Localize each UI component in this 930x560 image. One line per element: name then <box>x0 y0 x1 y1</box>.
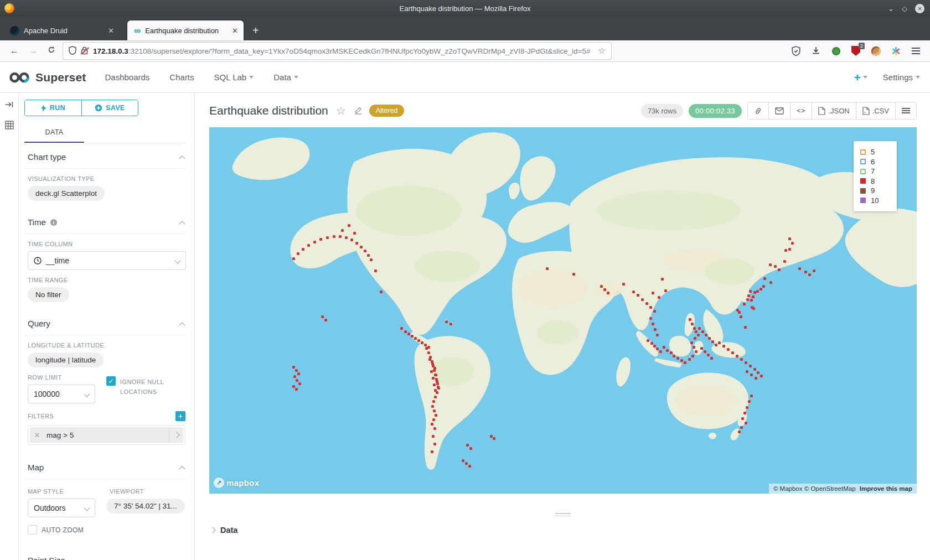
nav-sql-lab[interactable]: SQL Lab <box>214 72 254 82</box>
collapse-panel-icon[interactable] <box>5 101 14 111</box>
extension-green-icon[interactable] <box>830 45 841 56</box>
earthquake-point <box>603 288 606 291</box>
remove-filter-icon[interactable]: ✕ <box>30 431 44 439</box>
nav-charts[interactable]: Charts <box>169 72 194 82</box>
time-range-pill[interactable]: No filter <box>28 287 69 302</box>
section-query[interactable]: Query <box>24 310 185 335</box>
export-csv-button[interactable]: x .CSV <box>856 102 896 119</box>
earthquake-point <box>752 295 755 298</box>
legend-label: 5 <box>871 148 875 156</box>
new-tab-button[interactable]: + <box>252 24 259 37</box>
earthquake-point <box>298 382 301 385</box>
earthquake-point <box>292 366 295 369</box>
settings-menu[interactable]: Settings <box>883 72 920 82</box>
earthquake-point <box>436 382 439 385</box>
earthquake-point <box>695 350 698 353</box>
earthquake-point <box>404 330 407 333</box>
earthquake-point <box>341 229 344 232</box>
earthquake-point <box>292 385 295 388</box>
lonlat-pill[interactable]: longitude | latitude <box>28 352 104 367</box>
account-shield-icon[interactable] <box>790 45 802 56</box>
expand-filter-icon[interactable] <box>169 427 183 443</box>
extension-pinwheel-icon[interactable] <box>890 45 901 56</box>
tab-label: Apache Druid <box>24 27 68 35</box>
menu-icon[interactable] <box>910 45 921 56</box>
attribution-text[interactable]: © Mapbox © OpenStreetMap <box>773 485 856 492</box>
control-panel: RUN SAVE DATA Chart type VISUALIZATION T… <box>19 93 195 560</box>
reload-icon[interactable] <box>48 46 55 56</box>
save-button[interactable]: SAVE <box>82 100 138 116</box>
window-close-icon[interactable]: × <box>915 4 924 13</box>
earthquake-point <box>738 311 741 314</box>
resize-handle[interactable] <box>555 511 571 518</box>
export-json-button[interactable]: .JSON <box>812 102 856 119</box>
mapbox-logo[interactable]: ↗ mapbox <box>214 478 259 488</box>
earthquake-point <box>297 252 299 255</box>
embed-code-button[interactable]: <> <box>790 102 812 119</box>
insecure-lock-icon[interactable] <box>81 46 89 55</box>
mapbox-wordmark: mapbox <box>226 478 259 488</box>
dataset-grid-icon[interactable] <box>5 121 14 132</box>
earthquake-point <box>637 294 639 297</box>
ignore-null-checkbox[interactable]: ✓ <box>106 376 116 386</box>
data-panel-toggle[interactable]: Data <box>210 526 237 535</box>
email-button[interactable] <box>769 102 790 119</box>
edit-properties-icon[interactable] <box>354 106 363 115</box>
file-icon <box>818 107 825 115</box>
chart-menu-button[interactable] <box>896 102 916 119</box>
run-button[interactable]: RUN <box>25 100 81 116</box>
window-minimize-icon[interactable]: ⌄ <box>888 5 894 12</box>
copy-link-button[interactable] <box>748 102 769 119</box>
filter-chip[interactable]: ✕ mag > 5 <box>30 427 183 443</box>
earthquake-point <box>673 355 675 357</box>
forward-icon[interactable]: → <box>29 46 38 56</box>
ublock-icon[interactable]: 2 <box>850 45 861 56</box>
tab-apache-druid[interactable]: Apache Druid ✕ <box>3 20 120 40</box>
earthquake-point <box>760 375 763 377</box>
section-time[interactable]: Time <box>24 209 185 234</box>
deckgl-map[interactable]: 5678910 ↗ mapbox © Mapbox © OpenStreetMa… <box>209 127 917 494</box>
add-filter-button[interactable]: + <box>175 411 185 421</box>
tab-earthquake-distribution[interactable]: ∞ Earthquake distribution ✕ <box>127 20 244 40</box>
earthquake-point <box>295 369 298 372</box>
viz-type-pill[interactable]: deck.gl Scatterplot <box>28 186 105 201</box>
earthquake-point <box>688 358 691 361</box>
window-maximize-icon[interactable]: ◇ <box>902 5 907 12</box>
chevron-down-icon <box>179 557 185 560</box>
superset-logo[interactable]: Superset <box>8 71 86 84</box>
downloads-icon[interactable] <box>810 45 822 56</box>
earthquake-point <box>653 310 656 313</box>
section-point-size[interactable]: Point Size <box>24 547 185 560</box>
auto-zoom-label: AUTO ZOOM <box>42 526 84 534</box>
url-input[interactable]: 172.18.0.3:32108/superset/explore/?form_… <box>63 43 611 59</box>
new-item-button[interactable]: + <box>854 71 867 84</box>
earthquake-point <box>763 277 766 280</box>
nav-data[interactable]: Data <box>273 72 298 82</box>
viewport-pill[interactable]: 7° 35' 54.02" | 31... <box>106 499 185 514</box>
tracking-shield-icon[interactable] <box>69 46 76 56</box>
improve-map-link[interactable]: Improve this map <box>860 485 912 492</box>
earthquake-point <box>689 318 691 321</box>
tab-data[interactable]: DATA <box>24 124 84 143</box>
tab-close-icon[interactable]: ✕ <box>108 27 114 35</box>
legend-item: 10 <box>860 196 890 206</box>
viz-type-label: VISUALIZATION TYPE <box>28 175 185 182</box>
bookmark-star-icon[interactable]: ☆ <box>598 46 606 56</box>
earthquake-point <box>302 248 304 251</box>
favorite-star-icon[interactable]: ☆ <box>336 104 346 117</box>
map-style-select[interactable]: Outdoors <box>28 499 95 517</box>
section-map[interactable]: Map <box>24 454 185 479</box>
cookie-extension-icon[interactable] <box>870 45 881 56</box>
earthquake-point <box>466 444 469 447</box>
earthquake-point <box>749 290 752 293</box>
time-column-select[interactable]: __time <box>28 251 186 270</box>
chevron-up-icon <box>179 221 185 227</box>
auto-zoom-checkbox[interactable] <box>28 525 37 535</box>
nav-dashboards[interactable]: Dashboards <box>105 72 149 82</box>
row-limit-select[interactable]: 100000 <box>28 385 95 403</box>
tab-close-icon[interactable]: ✕ <box>232 27 238 35</box>
section-chart-type[interactable]: Chart type <box>24 143 185 168</box>
earthquake-point <box>697 334 700 336</box>
back-icon[interactable]: ← <box>10 46 19 56</box>
time-range-label: TIME RANGE <box>28 277 185 283</box>
